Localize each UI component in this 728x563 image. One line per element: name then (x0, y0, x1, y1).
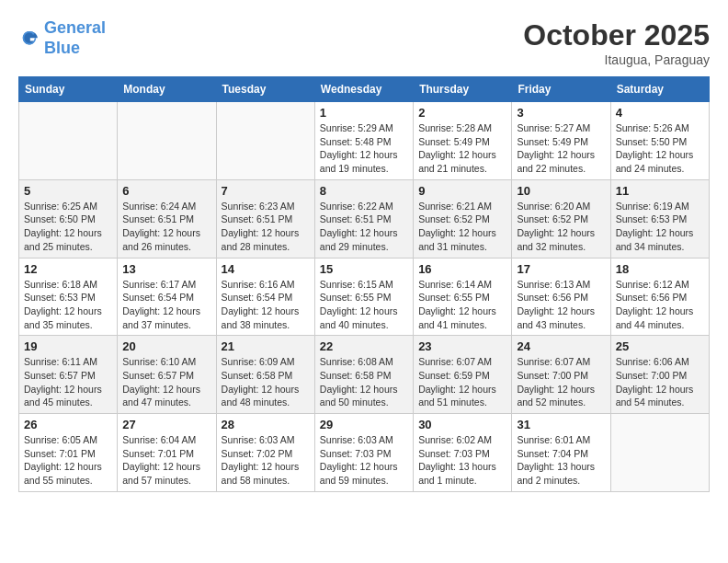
calendar-day-14: 14Sunrise: 6:16 AM Sunset: 6:54 PM Dayli… (216, 258, 314, 336)
day-info: Sunrise: 6:17 AM Sunset: 6:54 PM Dayligh… (122, 278, 210, 332)
day-info: Sunrise: 6:07 AM Sunset: 6:59 PM Dayligh… (418, 355, 506, 409)
day-number: 8 (320, 184, 408, 198)
day-info: Sunrise: 6:12 AM Sunset: 6:56 PM Dayligh… (616, 278, 704, 332)
day-number: 17 (517, 262, 605, 276)
calendar-week-5: 26Sunrise: 6:05 AM Sunset: 7:01 PM Dayli… (19, 414, 710, 492)
weekday-header-sunday: Sunday (19, 77, 118, 102)
calendar-day-1: 1Sunrise: 5:29 AM Sunset: 5:48 PM Daylig… (314, 102, 413, 180)
day-number: 7 (222, 184, 310, 198)
calendar-day-9: 9Sunrise: 6:21 AM Sunset: 6:52 PM Daylig… (414, 179, 512, 258)
logo-text: General Blue (44, 18, 106, 58)
logo-line1: General (44, 18, 106, 37)
calendar-day-27: 27Sunrise: 6:04 AM Sunset: 7:01 PM Dayli… (118, 414, 216, 492)
weekday-header-monday: Monday (118, 77, 216, 102)
day-info: Sunrise: 6:07 AM Sunset: 7:00 PM Dayligh… (517, 355, 605, 409)
day-number: 28 (222, 418, 310, 431)
calendar-day-31: 31Sunrise: 6:01 AM Sunset: 7:04 PM Dayli… (512, 414, 610, 492)
calendar-empty-cell (118, 102, 216, 180)
day-number: 14 (222, 262, 310, 276)
day-number: 5 (24, 184, 112, 198)
calendar-day-16: 16Sunrise: 6:14 AM Sunset: 6:55 PM Dayli… (414, 258, 512, 336)
location-subtitle: Itaugua, Paraguay (523, 52, 710, 67)
calendar-day-29: 29Sunrise: 6:03 AM Sunset: 7:03 PM Dayli… (314, 414, 413, 492)
day-info: Sunrise: 6:01 AM Sunset: 7:04 PM Dayligh… (517, 433, 605, 488)
day-number: 21 (222, 339, 310, 353)
day-info: Sunrise: 6:19 AM Sunset: 6:53 PM Dayligh… (616, 200, 704, 254)
day-info: Sunrise: 6:03 AM Sunset: 7:03 PM Dayligh… (320, 433, 408, 488)
calendar-day-24: 24Sunrise: 6:07 AM Sunset: 7:00 PM Dayli… (512, 336, 610, 414)
calendar-empty-cell (216, 102, 314, 180)
day-info: Sunrise: 6:21 AM Sunset: 6:52 PM Dayligh… (418, 200, 506, 254)
calendar-day-26: 26Sunrise: 6:05 AM Sunset: 7:01 PM Dayli… (19, 414, 118, 492)
day-info: Sunrise: 6:13 AM Sunset: 6:56 PM Dayligh… (517, 278, 605, 332)
day-number: 30 (418, 418, 506, 431)
weekday-header-saturday: Saturday (610, 77, 709, 102)
weekday-header-wednesday: Wednesday (314, 77, 413, 102)
calendar-table: SundayMondayTuesdayWednesdayThursdayFrid… (18, 76, 710, 492)
day-number: 25 (616, 339, 704, 353)
day-number: 27 (122, 418, 210, 431)
day-number: 24 (517, 339, 605, 353)
calendar-day-23: 23Sunrise: 6:07 AM Sunset: 6:59 PM Dayli… (414, 336, 512, 414)
calendar-day-17: 17Sunrise: 6:13 AM Sunset: 6:56 PM Dayli… (512, 258, 610, 336)
day-info: Sunrise: 6:14 AM Sunset: 6:55 PM Dayligh… (418, 278, 506, 332)
day-info: Sunrise: 6:04 AM Sunset: 7:01 PM Dayligh… (122, 433, 210, 488)
logo-line2: Blue (44, 39, 80, 57)
day-info: Sunrise: 6:02 AM Sunset: 7:03 PM Dayligh… (418, 433, 506, 488)
calendar-week-1: 1Sunrise: 5:29 AM Sunset: 5:48 PM Daylig… (19, 102, 710, 180)
day-number: 15 (320, 262, 408, 276)
calendar-day-3: 3Sunrise: 5:27 AM Sunset: 5:49 PM Daylig… (512, 102, 610, 180)
calendar-day-18: 18Sunrise: 6:12 AM Sunset: 6:56 PM Dayli… (610, 258, 709, 336)
calendar-day-6: 6Sunrise: 6:24 AM Sunset: 6:51 PM Daylig… (118, 179, 216, 258)
day-info: Sunrise: 6:24 AM Sunset: 6:51 PM Dayligh… (122, 200, 210, 254)
day-info: Sunrise: 6:20 AM Sunset: 6:52 PM Dayligh… (517, 200, 605, 254)
day-info: Sunrise: 6:23 AM Sunset: 6:51 PM Dayligh… (222, 200, 310, 254)
day-number: 9 (418, 184, 506, 198)
day-number: 12 (24, 262, 112, 276)
day-number: 23 (418, 339, 506, 353)
day-number: 19 (24, 339, 112, 353)
weekday-header-row: SundayMondayTuesdayWednesdayThursdayFrid… (19, 77, 710, 102)
day-number: 1 (320, 106, 408, 120)
calendar-day-19: 19Sunrise: 6:11 AM Sunset: 6:57 PM Dayli… (19, 336, 118, 414)
calendar-day-12: 12Sunrise: 6:18 AM Sunset: 6:53 PM Dayli… (19, 258, 118, 336)
day-info: Sunrise: 5:29 AM Sunset: 5:48 PM Dayligh… (320, 121, 408, 176)
page-header: General Blue October 2025 Itaugua, Parag… (18, 18, 710, 67)
day-info: Sunrise: 5:28 AM Sunset: 5:49 PM Dayligh… (418, 121, 506, 176)
weekday-header-friday: Friday (512, 77, 610, 102)
day-number: 11 (616, 184, 704, 198)
calendar-week-3: 12Sunrise: 6:18 AM Sunset: 6:53 PM Dayli… (19, 258, 710, 336)
calendar-day-20: 20Sunrise: 6:10 AM Sunset: 6:57 PM Dayli… (118, 336, 216, 414)
calendar-day-30: 30Sunrise: 6:02 AM Sunset: 7:03 PM Dayli… (414, 414, 512, 492)
day-info: Sunrise: 6:11 AM Sunset: 6:57 PM Dayligh… (24, 355, 112, 409)
calendar-day-2: 2Sunrise: 5:28 AM Sunset: 5:49 PM Daylig… (414, 102, 512, 180)
calendar-day-5: 5Sunrise: 6:25 AM Sunset: 6:50 PM Daylig… (19, 179, 118, 258)
day-info: Sunrise: 6:08 AM Sunset: 6:58 PM Dayligh… (320, 355, 408, 409)
day-number: 2 (418, 106, 506, 120)
day-info: Sunrise: 6:10 AM Sunset: 6:57 PM Dayligh… (122, 355, 210, 409)
logo: General Blue (18, 18, 106, 58)
day-number: 4 (616, 106, 704, 120)
calendar-empty-cell (610, 414, 709, 492)
calendar-day-10: 10Sunrise: 6:20 AM Sunset: 6:52 PM Dayli… (512, 179, 610, 258)
calendar-day-7: 7Sunrise: 6:23 AM Sunset: 6:51 PM Daylig… (216, 179, 314, 258)
calendar-week-2: 5Sunrise: 6:25 AM Sunset: 6:50 PM Daylig… (19, 179, 710, 258)
day-number: 26 (24, 418, 112, 431)
calendar-day-15: 15Sunrise: 6:15 AM Sunset: 6:55 PM Dayli… (314, 258, 413, 336)
day-number: 3 (517, 106, 605, 120)
calendar-day-22: 22Sunrise: 6:08 AM Sunset: 6:58 PM Dayli… (314, 336, 413, 414)
day-number: 18 (616, 262, 704, 276)
day-number: 6 (122, 184, 210, 198)
weekday-header-tuesday: Tuesday (216, 77, 314, 102)
day-info: Sunrise: 6:22 AM Sunset: 6:51 PM Dayligh… (320, 200, 408, 254)
logo-icon (18, 28, 40, 50)
day-info: Sunrise: 6:05 AM Sunset: 7:01 PM Dayligh… (24, 433, 112, 488)
day-info: Sunrise: 5:26 AM Sunset: 5:50 PM Dayligh… (616, 121, 704, 176)
day-info: Sunrise: 6:03 AM Sunset: 7:02 PM Dayligh… (222, 433, 310, 488)
day-info: Sunrise: 6:06 AM Sunset: 7:00 PM Dayligh… (616, 355, 704, 409)
calendar-day-21: 21Sunrise: 6:09 AM Sunset: 6:58 PM Dayli… (216, 336, 314, 414)
calendar-empty-cell (19, 102, 118, 180)
day-info: Sunrise: 6:25 AM Sunset: 6:50 PM Dayligh… (24, 200, 112, 254)
calendar-day-8: 8Sunrise: 6:22 AM Sunset: 6:51 PM Daylig… (314, 179, 413, 258)
month-title: October 2025 (523, 18, 710, 52)
